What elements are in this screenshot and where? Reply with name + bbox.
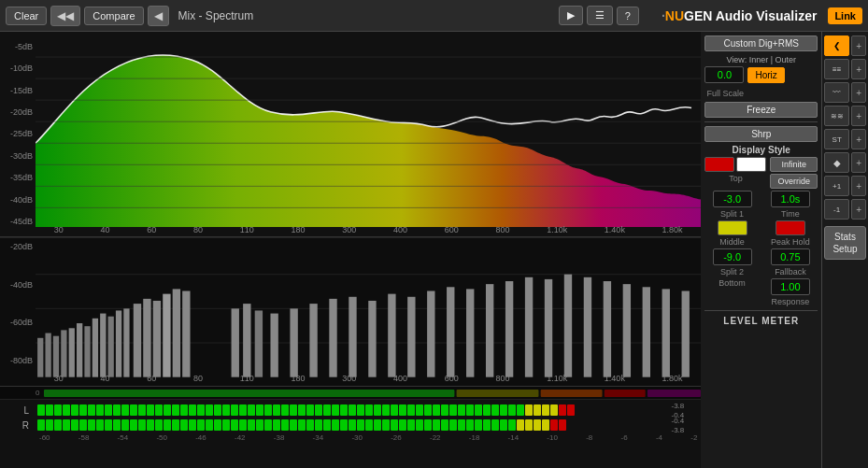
full-scale-row: 0.0 Horiz: [704, 66, 818, 83]
top-swatches: [704, 157, 766, 172]
svg-rect-27: [163, 294, 170, 377]
back-button[interactable]: ◀◀: [50, 6, 80, 26]
override-button[interactable]: Override: [770, 174, 818, 189]
top-row: Top Infinite Override: [704, 157, 818, 189]
svg-rect-58: [605, 390, 646, 397]
bars-svg: [36, 240, 701, 377]
svg-rect-31: [243, 304, 250, 377]
db-label-4: -20dB: [0, 107, 36, 117]
spectrum-freq-labels: 30 40 60 80 110 180 300 400 600 800 1.10…: [36, 223, 701, 236]
brand-label: ·NUGEN Audio Visualizer: [662, 8, 818, 23]
plus-icon-7[interactable]: +: [851, 176, 866, 196]
split2-value[interactable]: -9.0: [713, 248, 752, 265]
plus-icon-1[interactable]: +: [851, 35, 866, 56]
svg-rect-51: [623, 284, 631, 377]
svg-rect-20: [100, 314, 106, 377]
minusplus-display-icon[interactable]: -1: [824, 199, 849, 220]
icon-row-8: -1 +: [824, 199, 866, 220]
st-display-icon[interactable]: ST: [824, 129, 849, 149]
spectrum-area: -5dB -10dB -15dB -20dB -25dB -30dB -35dB…: [0, 32, 701, 237]
infinite-button[interactable]: Infinite: [770, 157, 818, 172]
bars-db-1: -20dB: [0, 242, 36, 251]
svg-rect-52: [643, 287, 650, 376]
svg-rect-49: [584, 277, 591, 377]
bars-db-3: -60dB: [0, 318, 36, 327]
list-button[interactable]: ☰: [587, 6, 613, 25]
db-label-5: -25dB: [0, 129, 36, 138]
icon-strip: ❮ + ≡≡ + 〰 + ≋≋ + ST + ◆ +: [821, 32, 868, 468]
plus-icon-5[interactable]: +: [851, 129, 866, 149]
shrp-button[interactable]: Shrp: [704, 126, 818, 142]
plus-icon-2[interactable]: +: [851, 59, 866, 79]
stats-setup-button[interactable]: StatsSetup: [824, 226, 866, 260]
compare-button[interactable]: Compare: [84, 7, 143, 25]
plus-icon-3[interactable]: +: [851, 82, 866, 103]
split2-row: -9.0 Split 2 0.75 Fallback: [704, 248, 818, 277]
plus-icon-6[interactable]: +: [851, 152, 866, 173]
db-scale: -60 -58 -54 -50 -46 -42 -38 -34 -30 -26 …: [0, 433, 697, 442]
play-button[interactable]: ▶: [559, 6, 583, 25]
svg-rect-28: [173, 289, 180, 376]
svg-rect-34: [290, 308, 297, 376]
svg-rect-55: [44, 390, 454, 397]
bars-section: -20dB -40dB -60dB -80dB: [0, 237, 701, 387]
help-button[interactable]: ?: [617, 7, 639, 25]
bars-display-icon[interactable]: ≡≡: [824, 59, 849, 79]
full-scale-value[interactable]: 0.0: [704, 66, 744, 83]
plusminus-display-icon[interactable]: +1: [824, 176, 849, 196]
svg-rect-57: [541, 390, 603, 397]
svg-rect-22: [116, 310, 121, 376]
meter-l-segments: [37, 404, 663, 416]
icon-row-3: 〰 +: [824, 82, 866, 103]
svg-rect-54: [682, 291, 690, 376]
prev-button[interactable]: ◀: [148, 6, 169, 26]
progress-svg: [44, 389, 701, 398]
svg-rect-25: [143, 299, 150, 377]
chevron-left-icon[interactable]: ❮: [824, 35, 849, 56]
spectrum-svg: [36, 35, 701, 227]
peak-color-swatch[interactable]: [776, 220, 805, 235]
icon-row-4: ≋≋ +: [824, 106, 866, 126]
fallback-value[interactable]: 0.75: [771, 248, 810, 265]
icon-row-5: ST +: [824, 129, 866, 149]
svg-rect-16: [69, 328, 75, 376]
waveform-display-icon[interactable]: 〰: [824, 82, 849, 103]
meter-top-val: -3.8: [671, 402, 697, 410]
meter-r-segments: [37, 419, 663, 431]
plus-icon-8[interactable]: +: [851, 199, 866, 220]
time-label: Time: [781, 209, 800, 219]
db-label-2: -10dB: [0, 64, 36, 73]
bars-db-labels-top: -20dB -40dB -60dB -80dB: [0, 238, 36, 369]
custom-dig-rms-button[interactable]: Custom Dig+RMS: [704, 35, 818, 51]
svg-rect-45: [505, 281, 513, 377]
diamond-display-icon[interactable]: ◆: [824, 152, 849, 173]
svg-rect-59: [647, 390, 701, 397]
horiz-button[interactable]: Horiz: [747, 67, 784, 83]
time-value[interactable]: 1.0s: [771, 191, 810, 207]
meter-l-label: L: [23, 405, 29, 416]
link-button[interactable]: Link: [828, 7, 862, 24]
svg-rect-50: [604, 281, 611, 377]
top-color-swatch[interactable]: [704, 157, 734, 172]
response-label: Response: [772, 297, 810, 306]
middle-color-swatch[interactable]: [718, 220, 747, 235]
svg-rect-21: [108, 317, 114, 377]
db-label-1: -5dB: [0, 42, 36, 51]
split1-value[interactable]: -3.0: [713, 191, 752, 207]
db-label-9: -45dB: [0, 217, 36, 226]
top-label: Top: [729, 174, 743, 183]
middle-row: Middle Peak Hold: [704, 220, 818, 247]
progress-zero: 0: [36, 389, 39, 398]
top-color2-swatch[interactable]: [736, 157, 766, 172]
divider-2: [704, 310, 818, 311]
svg-rect-17: [77, 323, 82, 377]
svg-rect-44: [486, 284, 493, 377]
view-label: View: Inner | Outer: [726, 55, 796, 64]
peak-hold-label: Peak Hold: [771, 237, 810, 247]
plus-icon-4[interactable]: +: [851, 106, 866, 126]
clear-button[interactable]: Clear: [6, 7, 47, 25]
icon-row-1: ❮ +: [824, 35, 866, 56]
lines-display-icon[interactable]: ≋≋: [824, 106, 849, 126]
response-value[interactable]: 1.00: [771, 278, 810, 295]
freeze-button[interactable]: Freeze: [704, 102, 818, 118]
